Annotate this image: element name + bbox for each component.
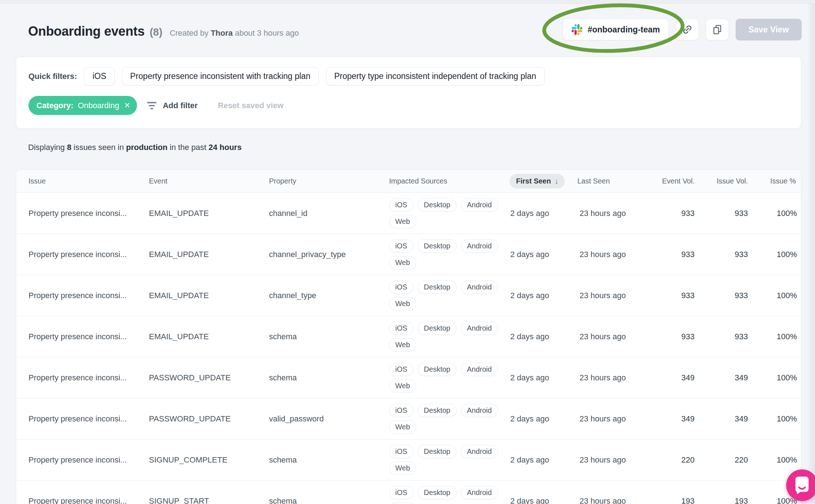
column-header-issue-vol[interactable]: Issue Vol.: [717, 177, 752, 185]
scrollbar-gutter[interactable]: [809, 4, 815, 504]
first-seen-cell: 2 days ago: [508, 209, 577, 218]
duplicate-button[interactable]: [706, 19, 729, 40]
event-cell: PASSWORD_UPDATE: [149, 414, 269, 424]
column-header-issue-pct[interactable]: Issue %: [770, 177, 801, 185]
issue-volume-cell: 193: [735, 496, 752, 504]
source-pill-web: Web: [389, 420, 416, 434]
event-cell: SIGNUP_START: [149, 496, 269, 504]
event-volume-cell: 933: [681, 250, 698, 259]
created-by-text: Created by Thora about 3 hours ago: [169, 28, 299, 38]
sources-line: iOSDesktopAndroid: [389, 363, 498, 376]
issue-volume-cell: 933: [735, 332, 752, 341]
event-volume-cell: 349: [681, 414, 698, 424]
property-cell: valid_password: [269, 414, 389, 424]
source-pill-desktop: Desktop: [418, 445, 456, 458]
property-cell: schema: [269, 373, 389, 383]
chat-bubble-icon: [794, 476, 810, 495]
table-row[interactable]: Property presence inconsi...EMAIL_UPDATE…: [16, 234, 801, 275]
source-pill-web: Web: [389, 379, 416, 393]
column-header-last-seen[interactable]: Last Seen: [577, 177, 646, 185]
slack-channel-label: #onboarding-team: [587, 25, 660, 35]
filters-panel: Quick filters: iOS Property presence inc…: [16, 57, 801, 129]
source-pill-android: Android: [461, 486, 498, 499]
column-header-property[interactable]: Property: [269, 177, 389, 185]
table-row[interactable]: Property presence inconsi...SIGNUP_START…: [16, 481, 801, 504]
filter-icon: [146, 101, 157, 111]
table-row[interactable]: Property presence inconsi...PASSWORD_UPD…: [16, 398, 801, 439]
first-seen-cell: 2 days ago: [508, 373, 577, 383]
column-header-issue[interactable]: Issue: [16, 177, 149, 185]
issue-percent-cell: 100%: [777, 250, 801, 259]
impacted-sources-cell: iOSDesktopAndroidWeb: [389, 486, 508, 504]
header-actions: #onboarding-team Save View: [563, 19, 802, 40]
issue-cell: Property presence inconsi...: [16, 414, 149, 424]
sources-line: Web: [389, 379, 416, 393]
table-row[interactable]: Property presence inconsi...EMAIL_UPDATE…: [16, 193, 801, 234]
issue-cell: Property presence inconsi...: [16, 291, 149, 300]
sources-line: iOSDesktopAndroid: [389, 445, 498, 458]
table-row[interactable]: Property presence inconsi...EMAIL_UPDATE…: [16, 316, 801, 357]
source-pill-desktop: Desktop: [418, 486, 456, 499]
source-pill-web: Web: [389, 461, 416, 475]
table-row[interactable]: Property presence inconsi...PASSWORD_UPD…: [16, 357, 801, 398]
sources-line: iOSDesktopAndroid: [389, 239, 498, 253]
sort-first-seen-button[interactable]: First Seen ↓: [510, 174, 565, 189]
first-seen-cell: 2 days ago: [508, 455, 577, 465]
category-filter-chip[interactable]: Category: Onboarding ×: [28, 96, 137, 115]
last-seen-cell: 23 hours ago: [577, 414, 646, 424]
source-pill-web: Web: [389, 503, 416, 504]
last-seen-cell: 23 hours ago: [577, 455, 646, 465]
property-cell: schema: [269, 496, 389, 504]
issue-volume-cell: 933: [735, 209, 752, 218]
sources-line: iOSDesktopAndroid: [389, 322, 498, 335]
issue-volume-cell: 933: [735, 250, 752, 259]
link-icon: [682, 25, 692, 35]
results-summary: Displaying 8 issues seen in production i…: [28, 143, 242, 152]
impacted-sources-cell: iOSDesktopAndroidWeb: [389, 280, 508, 310]
copy-link-button[interactable]: [676, 19, 699, 40]
property-cell: channel_privacy_type: [269, 250, 389, 259]
issue-volume-cell: 220: [735, 455, 752, 465]
source-pill-ios: iOS: [389, 486, 413, 499]
source-pill-android: Android: [461, 280, 498, 294]
column-header-impacted-sources[interactable]: Impacted Sources: [389, 177, 508, 185]
source-pill-desktop: Desktop: [418, 404, 456, 417]
issue-volume-cell: 349: [735, 373, 752, 383]
issue-percent-cell: 100%: [777, 291, 801, 300]
impacted-sources-cell: iOSDesktopAndroidWeb: [389, 445, 508, 475]
chat-launcher-button[interactable]: [786, 469, 815, 501]
reset-saved-view-button[interactable]: Reset saved view: [218, 101, 283, 110]
table-body: Property presence inconsi...EMAIL_UPDATE…: [16, 193, 801, 504]
first-seen-cell: 2 days ago: [508, 414, 577, 424]
source-pill-desktop: Desktop: [418, 239, 456, 253]
summary-environment: production: [126, 143, 168, 152]
table-row[interactable]: Property presence inconsi...SIGNUP_COMPL…: [16, 439, 801, 481]
column-header-event[interactable]: Event: [149, 177, 269, 185]
source-pill-ios: iOS: [389, 322, 413, 335]
event-cell: PASSWORD_UPDATE: [149, 373, 269, 383]
issues-table: Issue Event Property Impacted Sources Fi…: [16, 169, 801, 504]
close-icon[interactable]: ×: [124, 101, 130, 110]
active-filters-row: Category: Onboarding × Add filter Reset …: [28, 96, 283, 115]
event-volume-cell: 933: [681, 332, 698, 341]
issue-cell: Property presence inconsi...: [16, 373, 149, 383]
table-row[interactable]: Property presence inconsi...EMAIL_UPDATE…: [16, 275, 801, 316]
source-pill-ios: iOS: [389, 404, 413, 417]
quick-filter-property-type[interactable]: Property type inconsistent independent o…: [326, 67, 545, 85]
quick-filter-ios[interactable]: iOS: [84, 67, 114, 85]
source-pill-web: Web: [389, 256, 416, 269]
quick-filters-row: Quick filters: iOS Property presence inc…: [28, 67, 545, 85]
last-seen-cell: 23 hours ago: [577, 332, 646, 341]
source-pill-ios: iOS: [389, 445, 413, 458]
source-pill-ios: iOS: [389, 198, 413, 212]
column-header-event-vol[interactable]: Event Vol.: [662, 177, 698, 185]
property-cell: schema: [269, 332, 389, 341]
quick-filter-property-presence[interactable]: Property presence inconsistent with trac…: [122, 67, 319, 85]
save-view-button[interactable]: Save View: [736, 19, 802, 40]
first-seen-cell: 2 days ago: [508, 332, 577, 341]
source-pill-android: Android: [461, 322, 498, 335]
add-filter-button[interactable]: Add filter: [146, 101, 198, 111]
sort-descending-icon: ↓: [555, 177, 559, 185]
slack-channel-button[interactable]: #onboarding-team: [563, 19, 669, 40]
first-seen-cell: 2 days ago: [508, 291, 577, 300]
